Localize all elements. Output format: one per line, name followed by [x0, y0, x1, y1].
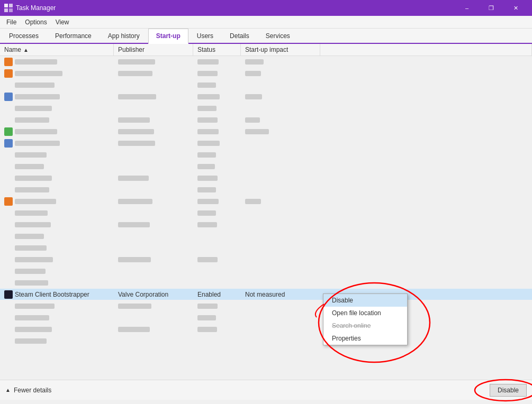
cell-extra [320, 91, 532, 102]
cell-status [193, 196, 241, 207]
table-row[interactable] [0, 335, 532, 347]
disable-button[interactable]: Disable [490, 384, 527, 397]
tab-processes[interactable]: Processes [1, 29, 47, 43]
cell-status [193, 68, 241, 79]
cell-name [0, 300, 114, 311]
context-menu-open-file[interactable]: Open file location [323, 307, 407, 319]
table-row[interactable] [0, 161, 532, 172]
cell-extra [320, 207, 532, 218]
context-menu: Disable Open file location Search online… [323, 293, 408, 345]
cell-publisher [114, 137, 193, 149]
cell-status [193, 79, 241, 90]
cell-impact [241, 161, 320, 172]
cell-status [193, 149, 241, 160]
cell-extra [320, 68, 532, 79]
cell-status [193, 56, 241, 67]
table-row[interactable] [0, 56, 532, 68]
menu-options[interactable]: Options [21, 16, 51, 28]
cell-status [193, 184, 241, 195]
tab-users[interactable]: Users [189, 29, 221, 43]
window-title: Task Manager [16, 4, 455, 12]
col-publisher[interactable]: Publisher [114, 44, 193, 56]
cell-publisher [114, 242, 193, 253]
cell-impact [241, 126, 320, 137]
menu-bar: File Options View [0, 16, 532, 29]
table-row[interactable] [0, 172, 532, 184]
cell-name [0, 103, 114, 114]
cell-name [0, 335, 114, 346]
table-row[interactable] [0, 207, 532, 219]
col-impact[interactable]: Start-up impact [241, 44, 320, 56]
cell-impact: Not measured [241, 289, 320, 300]
cell-publisher [114, 207, 193, 218]
cell-impact [241, 254, 320, 265]
cell-extra [320, 277, 532, 288]
table-row[interactable] [0, 324, 532, 335]
table-row[interactable] [0, 137, 532, 149]
table-row[interactable] [0, 196, 532, 207]
restore-button[interactable]: ❐ [479, 0, 503, 16]
tab-performance[interactable]: Performance [47, 29, 100, 43]
table-row[interactable] [0, 254, 532, 265]
cell-extra [320, 231, 532, 242]
cell-extra [320, 114, 532, 125]
cell-impact [241, 114, 320, 125]
table-row[interactable] [0, 103, 532, 114]
col-status[interactable]: Status [193, 44, 241, 56]
cell-status [193, 231, 241, 242]
cell-publisher [114, 219, 193, 230]
cell-impact [241, 137, 320, 149]
minimize-button[interactable]: – [455, 0, 479, 16]
tab-startup[interactable]: Start-up [148, 29, 188, 44]
cell-extra [320, 172, 532, 183]
table-row[interactable] [0, 277, 532, 289]
table-row[interactable] [0, 184, 532, 196]
tab-bar: Processes Performance App history Start-… [0, 29, 532, 44]
cell-name [0, 149, 114, 160]
table-row[interactable] [0, 231, 532, 242]
cell-publisher [114, 300, 193, 311]
table-row[interactable] [0, 91, 532, 103]
table-row[interactable] [0, 68, 532, 79]
cell-publisher [114, 79, 193, 90]
cell-publisher: Valve Corporation [114, 289, 193, 300]
status-bar: ▲ Fewer details Disable [0, 380, 532, 400]
table-row[interactable] [0, 126, 532, 137]
cell-status [193, 161, 241, 172]
table-row[interactable] [0, 79, 532, 91]
close-button[interactable]: ✕ [503, 0, 528, 16]
cell-name [0, 196, 114, 207]
table-row[interactable] [0, 312, 532, 324]
table-row[interactable] [0, 114, 532, 126]
table-row[interactable] [0, 300, 532, 312]
menu-file[interactable]: File [2, 16, 21, 28]
cell-extra [320, 254, 532, 265]
cell-publisher [114, 91, 193, 102]
context-menu-search-online[interactable]: Search online [323, 319, 407, 332]
cell-name [0, 126, 114, 137]
cell-impact [241, 172, 320, 183]
cell-impact [241, 196, 320, 207]
table-row[interactable] [0, 242, 532, 254]
tab-app-history[interactable]: App history [100, 29, 148, 43]
context-menu-disable[interactable]: Disable [323, 294, 407, 307]
menu-view[interactable]: View [51, 16, 74, 28]
table-row[interactable] [0, 149, 532, 161]
fewer-details-button[interactable]: ▲ Fewer details [5, 387, 51, 394]
table-header: Name ▲ Publisher Status Start-up impact [0, 44, 532, 56]
table-row[interactable] [0, 219, 532, 231]
context-menu-properties[interactable]: Properties [323, 332, 407, 345]
cell-extra [320, 56, 532, 67]
tab-services[interactable]: Services [258, 29, 298, 43]
table-row[interactable]: Steam Client Bootstrapper Valve Corporat… [0, 289, 532, 300]
cell-status [193, 207, 241, 218]
cell-extra [320, 265, 532, 277]
col-name[interactable]: Name ▲ [0, 44, 114, 56]
cell-name [0, 137, 114, 149]
cell-impact [241, 324, 320, 335]
cell-publisher [114, 56, 193, 67]
tab-details[interactable]: Details [222, 29, 257, 43]
table-row[interactable] [0, 265, 532, 277]
table-body[interactable]: Steam Client Bootstrapper Valve Corporat… [0, 56, 532, 380]
cell-publisher [114, 231, 193, 242]
